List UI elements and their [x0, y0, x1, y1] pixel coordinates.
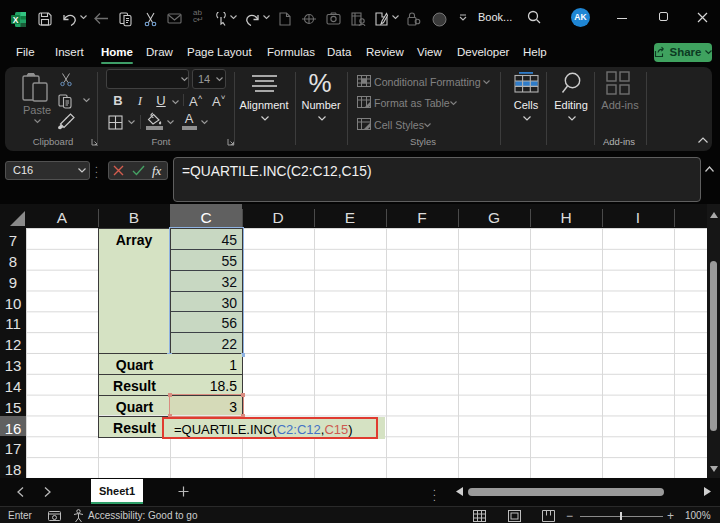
svg-text:X: X — [13, 15, 19, 25]
